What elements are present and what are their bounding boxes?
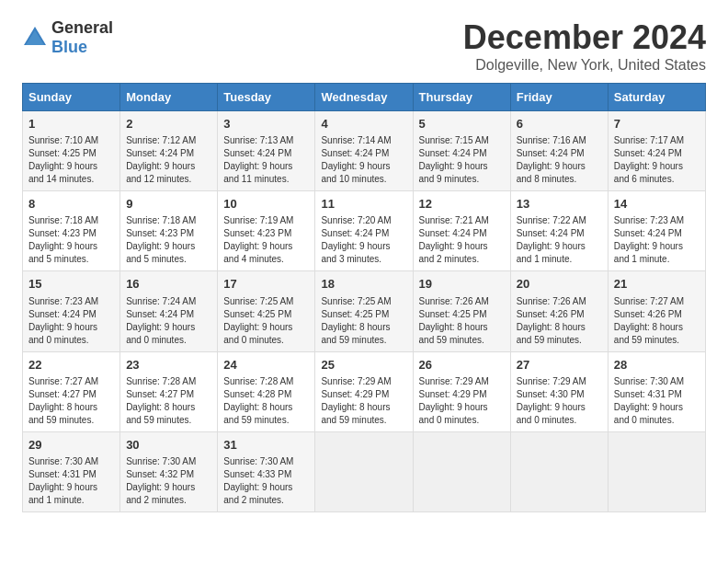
- table-row: 30Sunrise: 7:30 AMSunset: 4:32 PMDayligh…: [120, 431, 218, 511]
- day-number: 13: [517, 196, 602, 213]
- sunrise-text: Sunrise: 7:27 AM: [614, 296, 684, 306]
- sunset-text: Sunset: 4:24 PM: [321, 148, 389, 158]
- header: General Blue December 2024 Dolgeville, N…: [22, 18, 706, 74]
- sunrise-text: Sunrise: 7:25 AM: [223, 296, 293, 306]
- col-sunday: Sunday: [23, 84, 120, 111]
- daylight-text: Daylight: 9 hours and 0 minutes.: [28, 322, 97, 345]
- sunset-text: Sunset: 4:26 PM: [517, 309, 585, 319]
- daylight-text: Daylight: 9 hours and 10 minutes.: [321, 161, 390, 184]
- sunset-text: Sunset: 4:31 PM: [28, 469, 97, 479]
- sunrise-text: Sunrise: 7:22 AM: [517, 215, 586, 225]
- sunset-text: Sunset: 4:25 PM: [321, 309, 389, 319]
- day-number: 21: [614, 276, 700, 293]
- sunset-text: Sunset: 4:24 PM: [419, 228, 487, 238]
- sunset-text: Sunset: 4:24 PM: [517, 148, 585, 158]
- table-row: [608, 431, 705, 511]
- table-row: 29Sunrise: 7:30 AMSunset: 4:31 PMDayligh…: [23, 431, 120, 511]
- logo-icon: [22, 25, 48, 51]
- sunrise-text: Sunrise: 7:10 AM: [28, 135, 98, 145]
- table-row: [413, 431, 510, 511]
- week-row-2: 8Sunrise: 7:18 AMSunset: 4:23 PMDaylight…: [23, 191, 706, 271]
- week-row-3: 15Sunrise: 7:23 AMSunset: 4:24 PMDayligh…: [23, 271, 706, 351]
- table-row: 11Sunrise: 7:20 AMSunset: 4:24 PMDayligh…: [315, 191, 413, 271]
- daylight-text: Daylight: 9 hours and 2 minutes.: [223, 482, 292, 505]
- table-row: 17Sunrise: 7:25 AMSunset: 4:25 PMDayligh…: [218, 271, 315, 351]
- sunrise-text: Sunrise: 7:15 AM: [419, 135, 489, 145]
- table-row: 22Sunrise: 7:27 AMSunset: 4:27 PMDayligh…: [23, 351, 120, 431]
- sunset-text: Sunset: 4:24 PM: [28, 309, 97, 319]
- day-number: 5: [419, 116, 505, 132]
- table-row: 8Sunrise: 7:18 AMSunset: 4:23 PMDaylight…: [23, 191, 120, 271]
- table-row: 12Sunrise: 7:21 AMSunset: 4:24 PMDayligh…: [413, 191, 510, 271]
- daylight-text: Daylight: 8 hours and 59 minutes.: [28, 402, 97, 425]
- day-number: 11: [321, 196, 406, 213]
- sunrise-text: Sunrise: 7:29 AM: [419, 376, 489, 386]
- day-number: 30: [126, 437, 211, 454]
- day-number: 20: [517, 276, 602, 293]
- daylight-text: Daylight: 8 hours and 59 minutes.: [321, 322, 390, 345]
- sunrise-text: Sunrise: 7:26 AM: [517, 296, 586, 306]
- day-number: 15: [28, 276, 114, 293]
- calendar-table: Sunday Monday Tuesday Wednesday Thursday…: [22, 83, 706, 512]
- table-row: 10Sunrise: 7:19 AMSunset: 4:23 PMDayligh…: [218, 191, 315, 271]
- day-number: 12: [419, 196, 505, 213]
- sunrise-text: Sunrise: 7:14 AM: [321, 135, 391, 145]
- daylight-text: Daylight: 9 hours and 1 minute.: [614, 241, 683, 264]
- title-area: December 2024 Dolgeville, New York, Unit…: [463, 18, 706, 74]
- day-number: 9: [126, 196, 211, 213]
- day-number: 17: [223, 276, 309, 293]
- header-row: Sunday Monday Tuesday Wednesday Thursday…: [23, 84, 706, 111]
- sunrise-text: Sunrise: 7:26 AM: [419, 296, 489, 306]
- table-row: 25Sunrise: 7:29 AMSunset: 4:29 PMDayligh…: [315, 351, 413, 431]
- logo-general: General: [51, 18, 113, 37]
- subtitle: Dolgeville, New York, United States: [463, 57, 706, 74]
- day-number: 14: [614, 196, 700, 213]
- sunrise-text: Sunrise: 7:19 AM: [223, 215, 293, 225]
- week-row-5: 29Sunrise: 7:30 AMSunset: 4:31 PMDayligh…: [23, 431, 706, 511]
- daylight-text: Daylight: 9 hours and 2 minutes.: [419, 241, 488, 264]
- daylight-text: Daylight: 9 hours and 3 minutes.: [321, 241, 390, 264]
- day-number: 28: [614, 357, 700, 373]
- sunset-text: Sunset: 4:30 PM: [517, 389, 585, 399]
- table-row: 31Sunrise: 7:30 AMSunset: 4:33 PMDayligh…: [218, 431, 315, 511]
- daylight-text: Daylight: 9 hours and 6 minutes.: [614, 161, 683, 184]
- sunset-text: Sunset: 4:26 PM: [614, 309, 682, 319]
- table-row: 27Sunrise: 7:29 AMSunset: 4:30 PMDayligh…: [510, 351, 608, 431]
- table-row: 4Sunrise: 7:14 AMSunset: 4:24 PMDaylight…: [315, 111, 413, 191]
- col-tuesday: Tuesday: [218, 84, 315, 111]
- daylight-text: Daylight: 9 hours and 5 minutes.: [126, 241, 195, 264]
- day-number: 24: [223, 357, 309, 373]
- day-number: 10: [223, 196, 309, 213]
- sunrise-text: Sunrise: 7:23 AM: [614, 215, 684, 225]
- table-row: 1Sunrise: 7:10 AMSunset: 4:25 PMDaylight…: [23, 111, 120, 191]
- daylight-text: Daylight: 8 hours and 59 minutes.: [419, 322, 488, 345]
- day-number: 4: [321, 116, 406, 132]
- day-number: 27: [517, 357, 602, 373]
- daylight-text: Daylight: 9 hours and 0 minutes.: [419, 402, 488, 425]
- table-row: 5Sunrise: 7:15 AMSunset: 4:24 PMDaylight…: [413, 111, 510, 191]
- table-row: [315, 431, 413, 511]
- sunrise-text: Sunrise: 7:18 AM: [28, 215, 98, 225]
- table-row: 6Sunrise: 7:16 AMSunset: 4:24 PMDaylight…: [510, 111, 608, 191]
- sunset-text: Sunset: 4:24 PM: [321, 228, 389, 238]
- table-row: 21Sunrise: 7:27 AMSunset: 4:26 PMDayligh…: [608, 271, 705, 351]
- day-number: 31: [223, 437, 309, 454]
- daylight-text: Daylight: 8 hours and 59 minutes.: [126, 402, 195, 425]
- sunset-text: Sunset: 4:23 PM: [126, 228, 194, 238]
- daylight-text: Daylight: 9 hours and 0 minutes.: [223, 322, 292, 345]
- sunset-text: Sunset: 4:29 PM: [419, 389, 487, 399]
- sunset-text: Sunset: 4:24 PM: [419, 148, 487, 158]
- table-row: 18Sunrise: 7:25 AMSunset: 4:25 PMDayligh…: [315, 271, 413, 351]
- col-monday: Monday: [120, 84, 218, 111]
- col-wednesday: Wednesday: [315, 84, 413, 111]
- daylight-text: Daylight: 9 hours and 14 minutes.: [28, 161, 97, 184]
- daylight-text: Daylight: 9 hours and 4 minutes.: [223, 241, 292, 264]
- sunset-text: Sunset: 4:31 PM: [614, 389, 682, 399]
- table-row: 9Sunrise: 7:18 AMSunset: 4:23 PMDaylight…: [120, 191, 218, 271]
- daylight-text: Daylight: 9 hours and 1 minute.: [517, 241, 586, 264]
- day-number: 3: [223, 116, 309, 132]
- day-number: 1: [28, 116, 114, 132]
- logo-blue: Blue: [51, 38, 87, 56]
- sunset-text: Sunset: 4:27 PM: [28, 389, 97, 399]
- sunrise-text: Sunrise: 7:27 AM: [28, 376, 98, 386]
